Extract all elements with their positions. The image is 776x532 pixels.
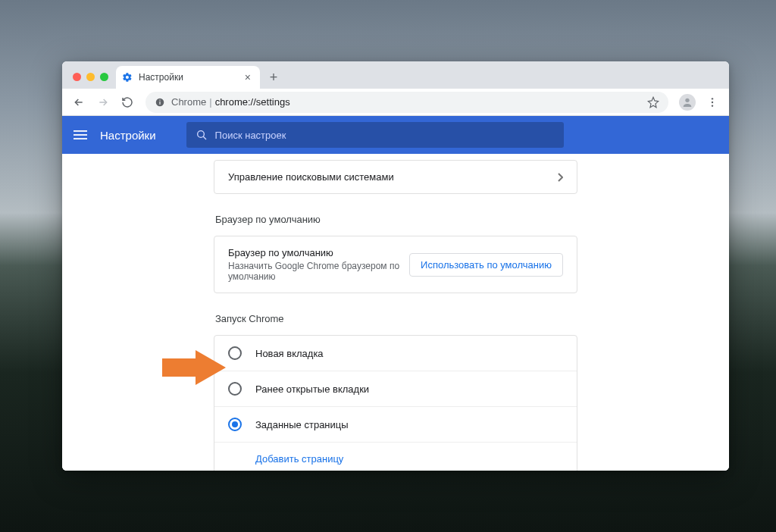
svg-point-6 [712,105,713,106]
radio-icon [228,382,242,396]
forward-button[interactable] [92,92,114,113]
svg-point-5 [712,101,713,102]
startup-option-previous-tabs[interactable]: Ранее открытые вкладки [214,371,577,406]
bookmark-star-icon[interactable] [647,96,659,108]
default-browser-row: Браузер по умолчанию Назначить Google Ch… [214,236,577,293]
svg-rect-9 [74,138,87,139]
svg-rect-2 [159,99,160,100]
hamburger-menu-button[interactable] [71,126,89,144]
set-default-browser-button[interactable]: Использовать по умолчанию [409,253,563,277]
svg-rect-7 [74,130,87,132]
window-controls [70,73,116,89]
close-window-button[interactable] [73,73,81,81]
url-host: Chrome [171,96,206,108]
tab-close-button[interactable]: × [242,71,254,83]
tab-strip: Настройки × + [62,61,729,89]
settings-search-input[interactable] [215,130,555,141]
browser-window: Настройки × + Chrome | chrome://settings [62,61,729,471]
svg-line-11 [203,136,206,139]
tab-title: Настройки [139,72,242,83]
startup-heading: Запуск Chrome [215,313,577,324]
startup-option-new-tab[interactable]: Новая вкладка [214,336,577,371]
manage-search-engines-row[interactable]: Управление поисковыми системами [214,161,577,193]
svg-point-4 [712,98,713,99]
profile-avatar[interactable] [679,94,696,111]
settings-app: Настройки Управление поисковыми системам… [62,116,729,471]
settings-content: Управление поисковыми системами Браузер … [62,154,729,471]
radio-icon [228,346,242,360]
minimize-window-button[interactable] [86,73,95,81]
gear-icon [122,72,133,83]
reload-button[interactable] [117,92,138,113]
svg-rect-8 [74,134,87,136]
page-title: Настройки [100,129,156,142]
default-browser-heading: Браузер по умолчанию [215,214,577,225]
new-tab-button[interactable]: + [263,67,284,88]
search-icon [196,129,208,141]
menu-button[interactable] [702,92,723,113]
svg-point-10 [197,131,204,138]
browser-tab[interactable]: Настройки × [116,66,260,89]
address-bar[interactable]: Chrome | chrome://settings [146,92,668,113]
maximize-window-button[interactable] [100,73,108,81]
startup-option-specific-pages[interactable]: Заданные страницы [214,406,577,442]
radio-checked-icon [228,418,242,431]
settings-search[interactable] [186,122,564,148]
add-page-link[interactable]: Добавить страницу [214,442,577,471]
url-path: chrome://settings [215,96,290,108]
chevron-right-icon [557,173,563,182]
settings-header: Настройки [62,116,729,154]
back-button[interactable] [68,92,89,113]
svg-rect-1 [159,101,160,104]
site-info-icon[interactable] [155,97,165,108]
svg-point-3 [685,98,689,102]
browser-toolbar: Chrome | chrome://settings [62,89,729,116]
